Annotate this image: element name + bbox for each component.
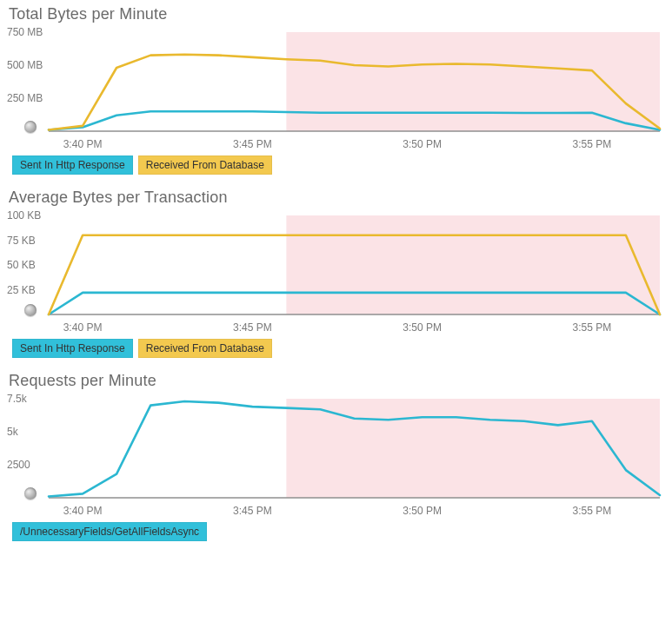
y-tick-label: 500 MB — [7, 59, 52, 71]
x-tick-label: 3:45 PM — [233, 138, 272, 150]
x-tick-label: 3:55 PM — [573, 138, 612, 150]
x-tick-label: 3:50 PM — [403, 138, 442, 150]
x-tick-label: 3:55 PM — [573, 321, 612, 334]
marker-ball-icon — [24, 304, 37, 316]
y-tick-label: 750 MB — [7, 26, 52, 38]
y-tick-label: 250 MB — [7, 92, 52, 104]
legend: Sent In Http ResponseReceived From Datab… — [12, 339, 665, 358]
chart-avg_bytes: Average Bytes per TransactionSent In Htt… — [0, 183, 672, 367]
plot-svg: Sent In Http ResponseReceived From Datab… — [7, 212, 665, 334]
plot-svg: Sent In Http ResponseReceived From Datab… — [7, 29, 665, 150]
legend-item[interactable]: Sent In Http Response — [12, 339, 133, 358]
marker-ball-icon — [24, 121, 37, 133]
y-tick-label: 5k — [7, 426, 52, 438]
legend-item[interactable]: Received From Database — [138, 339, 272, 358]
x-tick-label: 3:50 PM — [403, 321, 442, 334]
x-tick-label: 3:45 PM — [233, 505, 272, 517]
x-tick-label: 3:50 PM — [403, 505, 442, 517]
x-tick-label: 3:45 PM — [233, 321, 272, 334]
plot-area: /UnnecessaryFields/GetAllFieldsAsync2500… — [7, 395, 665, 517]
highlight-band — [286, 399, 660, 498]
y-tick-label: 2500 — [7, 459, 52, 471]
x-tick-label: 3:40 PM — [63, 505, 103, 517]
chart-title: Total Bytes per Minute — [9, 5, 665, 23]
legend-item[interactable]: Received From Database — [138, 156, 272, 175]
x-tick-label: 3:40 PM — [63, 321, 103, 334]
y-tick-label: 7.5k — [7, 393, 52, 405]
y-tick-label: 50 KB — [7, 259, 52, 271]
legend: Sent In Http ResponseReceived From Datab… — [12, 156, 665, 175]
legend-item[interactable]: Sent In Http Response — [12, 156, 133, 175]
chart-requests: Requests per Minute/UnnecessaryFields/Ge… — [0, 367, 672, 550]
chart-title: Average Bytes per Transaction — [9, 189, 665, 207]
x-tick-label: 3:55 PM — [573, 505, 612, 517]
legend-item[interactable]: /UnnecessaryFields/GetAllFieldsAsync — [12, 522, 207, 541]
y-tick-label: 25 KB — [7, 284, 52, 296]
plot-svg: /UnnecessaryFields/GetAllFieldsAsync — [7, 395, 665, 517]
y-tick-label: 75 KB — [7, 235, 52, 247]
chart-title: Requests per Minute — [9, 372, 665, 390]
plot-area: Sent In Http ResponseReceived From Datab… — [7, 29, 665, 150]
chart-total_bytes: Total Bytes per MinuteSent In Http Respo… — [0, 0, 672, 183]
x-tick-label: 3:40 PM — [63, 138, 103, 150]
marker-ball-icon — [24, 487, 37, 500]
plot-area: Sent In Http ResponseReceived From Datab… — [7, 212, 665, 334]
y-tick-label: 100 KB — [7, 209, 52, 222]
legend: /UnnecessaryFields/GetAllFieldsAsync — [12, 522, 665, 541]
highlight-band — [286, 215, 660, 314]
